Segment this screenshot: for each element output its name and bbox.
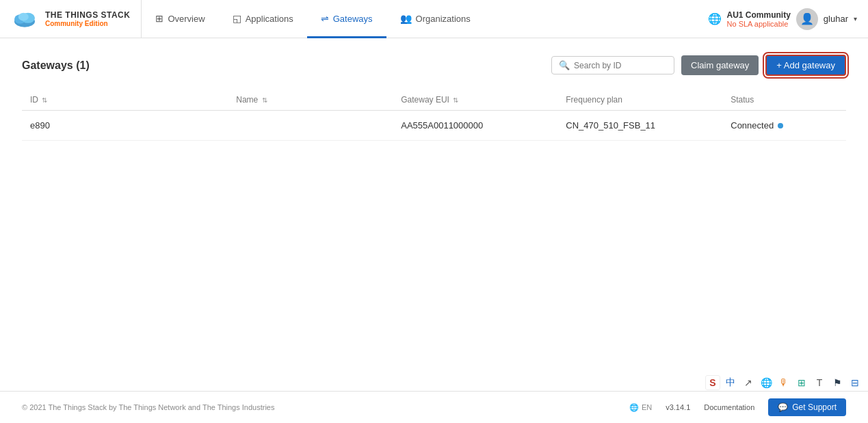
footer-right: 🌐 EN v3.14.1 Documentation 💬 Get Support (629, 398, 846, 416)
gateways-title: Gateways (1) (22, 59, 90, 72)
table-row[interactable]: e890 AA555A0011000000 CN_470_510_FSB_11 … (22, 111, 846, 141)
nav-label-gateways: Gateways (333, 14, 373, 24)
column-header-frequency: Frequency plan (557, 90, 722, 111)
status-connected: Connected (731, 120, 838, 131)
toolbar-icon-flag[interactable]: ⚑ (830, 375, 845, 390)
search-box[interactable]: 🔍 (551, 56, 674, 74)
sort-id-icon: ⇅ (42, 96, 47, 104)
toolbar-icon-globe[interactable]: 🌐 (759, 375, 774, 390)
status-text: Connected (731, 120, 774, 131)
logo-title: THE THINGS STACK (45, 10, 130, 20)
nav-label-organizations: Organizations (416, 14, 471, 24)
no-sla-label: No SLA applicable (727, 20, 791, 28)
globe-icon: 🌐 (708, 12, 722, 25)
nav-item-gateways[interactable]: ⇌ Gateways (307, 1, 386, 38)
logo-area: THE THINGS STACK Community Edition (0, 0, 142, 38)
gateway-eui-cell: AA555A0011000000 (393, 111, 557, 141)
organizations-icon: 👥 (400, 13, 412, 24)
top-navigation: THE THINGS STACK Community Edition ⊞ Ove… (0, 0, 868, 38)
column-header-name[interactable]: Name ⇅ (228, 90, 393, 111)
footer-docs-link[interactable]: Documentation (704, 403, 754, 411)
add-gateway-button[interactable]: + Add gateway (765, 55, 846, 76)
nav-item-applications[interactable]: ◱ Applications (219, 1, 307, 38)
avatar: 👤 (796, 8, 818, 30)
region-info: AU1 Community No SLA applicable (727, 10, 791, 28)
nav-item-overview[interactable]: ⊞ Overview (142, 1, 218, 38)
nav-items: ⊞ Overview ◱ Applications ⇌ Gateways 👥 O… (142, 0, 696, 38)
sort-name-icon: ⇅ (262, 96, 267, 104)
search-input[interactable] (574, 61, 667, 70)
overview-icon: ⊞ (155, 13, 163, 24)
nav-right: 🌐 AU1 Community No SLA applicable 👤 gluh… (697, 8, 868, 30)
nav-label-applications: Applications (246, 14, 293, 24)
footer: © 2021 The Things Stack by The Things Ne… (0, 391, 868, 423)
toolbar-icon-grid[interactable]: ⊞ (794, 375, 809, 390)
logo-text: THE THINGS STACK Community Edition (45, 10, 130, 27)
toolbar-icon-arrow[interactable]: ↗ (741, 375, 756, 390)
user-dropdown-arrow[interactable]: ▾ (854, 15, 857, 23)
footer-language[interactable]: 🌐 EN (629, 403, 652, 412)
user-name[interactable]: gluhar (824, 14, 848, 24)
nav-label-overview: Overview (168, 14, 205, 24)
support-label: Get Support (792, 402, 837, 412)
toolbar-icon-mic[interactable]: 🎙 (776, 375, 791, 390)
support-icon: 💬 (778, 402, 788, 412)
search-icon: 🔍 (559, 60, 570, 70)
gateway-frequency-cell: CN_470_510_FSB_11 (557, 111, 722, 141)
column-header-status: Status (722, 90, 846, 111)
table-header-row: ID ⇅ Name ⇅ Gateway EUI ⇅ Frequency plan… (22, 90, 846, 111)
gateways-header: Gateways (1) 🔍 Claim gateway + Add gatew… (22, 55, 846, 76)
get-support-button[interactable]: 💬 Get Support (768, 398, 846, 416)
applications-icon: ◱ (233, 13, 241, 24)
gateways-icon: ⇌ (321, 13, 329, 24)
toolbar-icon-apps[interactable]: ⊟ (847, 375, 863, 390)
gateways-actions: 🔍 Claim gateway + Add gateway (551, 55, 846, 76)
floating-toolbar: S 中 ↗ 🌐 🎙 ⊞ T ⚑ ⊟ (705, 375, 863, 390)
gateways-table: ID ⇅ Name ⇅ Gateway EUI ⇅ Frequency plan… (22, 90, 846, 141)
main-content: Gateways (1) 🔍 Claim gateway + Add gatew… (0, 38, 868, 391)
footer-copyright: © 2021 The Things Stack by The Things Ne… (22, 403, 274, 411)
logo-cloud-icon (11, 8, 38, 30)
column-header-id[interactable]: ID ⇅ (22, 90, 228, 111)
nav-item-organizations[interactable]: 👥 Organizations (386, 1, 484, 38)
region-label: AU1 Community (727, 10, 791, 20)
toolbar-icon-text[interactable]: T (812, 375, 827, 390)
gateway-name-cell (228, 111, 393, 141)
toolbar-icon-translate[interactable]: 中 (723, 375, 738, 390)
sort-eui-icon: ⇅ (453, 96, 458, 104)
toolbar-icon-s[interactable]: S (705, 375, 720, 390)
svg-point-3 (18, 12, 29, 21)
column-header-eui[interactable]: Gateway EUI ⇅ (393, 90, 557, 111)
language-globe-icon: 🌐 (629, 403, 639, 412)
status-dot-icon (778, 123, 783, 128)
claim-gateway-button[interactable]: Claim gateway (681, 55, 759, 75)
gateway-id-cell: e890 (22, 111, 228, 141)
footer-version: v3.14.1 (666, 403, 690, 411)
gateway-status-cell: Connected (722, 111, 846, 141)
language-label: EN (642, 403, 652, 411)
logo-subtitle: Community Edition (45, 20, 130, 27)
